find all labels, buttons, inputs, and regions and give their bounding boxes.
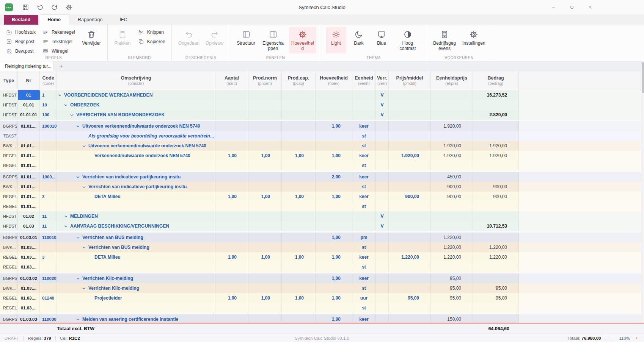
tree-chevron-down-icon[interactable] [76,175,80,179]
cell-pcap[interactable] [282,182,316,192]
column-header-pnorm[interactable]: Prod.norm(pnorm) [248,71,282,90]
cell-ehprs[interactable] [431,211,473,221]
cell-omschr[interactable]: VERRICHTEN VAN BODEMONDERZOEK [57,110,215,120]
cell-omschr[interactable]: Verrichten van BUS melding [57,242,215,252]
cell-omschr[interactable]: DETA Milieu [57,252,215,262]
cell-pcap[interactable] [282,221,316,231]
cell-nr[interactable]: 01.03 [18,221,40,231]
column-header-pmddl[interactable]: Prijs/middel(pmddl) [389,71,431,90]
cell-type[interactable]: BGRPS [0,121,18,131]
cell-verr[interactable] [376,293,389,303]
cell-ehprs[interactable]: 150,00 [431,314,473,323]
cell-eenh[interactable]: st [352,161,376,170]
cell-type[interactable]: HFDST [0,100,18,110]
cell-code[interactable]: 100010 [40,121,57,131]
cell-nr[interactable]: 01.03.03 [18,314,40,323]
cell-pcap[interactable] [282,100,316,110]
cell-type[interactable]: HFDST [0,110,18,120]
cell-hoev[interactable]: 2,00 [316,172,352,182]
cell-aant[interactable] [215,201,248,211]
cell-omschr[interactable]: ONDERZOEK [57,100,215,110]
cell-aant[interactable] [215,172,248,182]
cell-pnorm[interactable]: 1,00 [248,192,282,201]
cell-code[interactable] [40,283,57,293]
ribbon-button-hoofdstuk[interactable]: Hoofdstuk [5,28,37,36]
cell-bedrag[interactable]: 16.273,52 [473,90,519,100]
cell-pcap[interactable] [282,172,316,182]
cell-hoev[interactable] [316,201,352,211]
cell-omschr[interactable]: Projectleider [57,293,215,303]
gear-icon[interactable] [65,4,72,11]
cell-verr[interactable] [376,314,389,323]
cell-pcap[interactable] [282,131,316,141]
column-header-hoev[interactable]: Hoeveelheid(hoev) [316,71,352,90]
cell-ehprs[interactable] [431,161,473,170]
cell-pmddl[interactable] [389,121,431,131]
cell-type[interactable]: REGEL [0,201,18,211]
cell-aant[interactable] [215,211,248,221]
cell-omschr[interactable]: MELDINGEN [57,211,215,221]
cell-pmddl[interactable] [389,314,431,323]
cell-hoev[interactable] [316,161,352,170]
ribbon-button-opnieuw[interactable]: Opnieuw [204,27,225,48]
cell-hoev[interactable]: 1,00 [316,293,352,303]
cell-ehprs[interactable] [431,131,473,141]
cell-bedrag[interactable] [473,273,519,283]
cell-code[interactable] [40,201,57,211]
ribbon-button-tekstregel[interactable]: Tekstregel [41,37,76,45]
ribbon-button-ongedaan[interactable]: Ongedaan [176,27,201,48]
cell-ehprs[interactable]: 95,00 [431,283,473,293]
tab-rapportage[interactable]: Rapportage [70,15,110,25]
cell-verr[interactable] [376,242,389,252]
cell-pcap[interactable] [282,303,316,313]
cell-ehprs[interactable]: 95,00 [431,273,473,283]
cell-omschr[interactable]: Verrichten van indicatieve partijkeuring… [57,182,215,192]
cell-aant[interactable] [215,110,248,120]
cell-ehprs[interactable] [431,303,473,313]
cell-ehprs[interactable]: 1.220,00 [431,242,473,252]
ribbon-button-light[interactable]: Light [326,27,346,53]
cell-eenh[interactable]: st [352,262,376,272]
cell-pnorm[interactable] [248,90,282,100]
cell-pmddl[interactable]: 95,00 [389,293,431,303]
cell-code[interactable]: 01240 [40,293,57,303]
cell-nr[interactable]: 01.01.... [18,151,40,161]
cell-hoev[interactable] [316,242,352,252]
cell-pmddl[interactable] [389,262,431,272]
cell-hoev[interactable] [316,262,352,272]
cell-omschr[interactable]: AANVRAAG BESCHIKKING/VERGUNNINGEN [57,221,215,231]
cell-bedrag[interactable]: 10.712,53 [473,221,519,231]
cell-pcap[interactable] [282,262,316,272]
cell-pcap[interactable]: 1,00 [282,151,316,161]
cell-omschr[interactable] [57,262,215,272]
cell-code[interactable]: 3 [40,192,57,201]
column-header-bedrag[interactable]: Bedrag(bedrag) [473,71,519,90]
cell-bedrag[interactable] [473,172,519,182]
sheet-tab-active[interactable]: Reiniging riolering tur... [0,61,54,71]
cell-hoev[interactable]: 1,00 [316,252,352,262]
cell-bedrag[interactable]: 95,00 [473,293,519,303]
ribbon-button-verwijder[interactable]: Verwijder [80,27,102,48]
cell-pmddl[interactable] [389,172,431,182]
cell-nr[interactable]: 01.01 [18,100,40,110]
cell-ehprs[interactable] [431,90,473,100]
cell-pcap[interactable]: 1,00 [282,293,316,303]
cell-nr[interactable]: 01.01.01 [18,110,40,120]
add-sheet-button[interactable]: + [54,61,68,71]
cell-pcap[interactable]: 1,00 [282,192,316,201]
save-icon[interactable] [22,4,29,11]
cell-type[interactable]: BGRPS [0,233,18,242]
cell-omschr[interactable]: Verrichten Klic-melding [57,273,215,283]
cell-nr[interactable]: 01.03.... [18,252,40,262]
cell-code[interactable] [40,141,57,151]
cell-verr[interactable] [376,283,389,293]
cell-eenh[interactable]: st [352,201,376,211]
cell-pmddl[interactable] [389,182,431,192]
cell-eenh[interactable]: st [352,283,376,293]
column-header-filler[interactable] [519,71,641,90]
cell-bedrag[interactable]: 1.220,00 [473,242,519,252]
tab-home[interactable]: Home [39,15,69,25]
cell-code[interactable]: 3 [40,252,57,262]
cell-eenh[interactable]: keer [352,121,376,131]
cell-aant[interactable] [215,90,248,100]
